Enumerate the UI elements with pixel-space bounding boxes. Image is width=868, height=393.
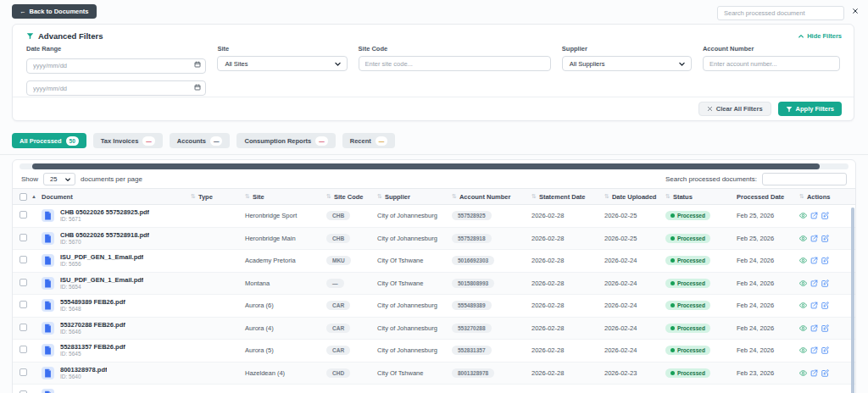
open-document-button[interactable] bbox=[810, 257, 818, 264]
site-code-badge: CHB bbox=[326, 211, 350, 220]
edit-document-button[interactable] bbox=[821, 302, 829, 309]
header-status[interactable]: ⇅Status bbox=[665, 193, 737, 201]
date-to-input[interactable] bbox=[26, 80, 206, 96]
edit-document-button[interactable] bbox=[821, 324, 829, 332]
site-code-input[interactable] bbox=[359, 56, 551, 71]
open-document-button[interactable] bbox=[810, 212, 818, 219]
edit-document-button[interactable] bbox=[821, 346, 829, 354]
vertical-scrollbar-thumb[interactable] bbox=[851, 208, 854, 393]
page-size-select[interactable]: 25 bbox=[43, 173, 75, 185]
site-code-badge: CAR bbox=[326, 346, 350, 355]
status-cell: Processed bbox=[665, 346, 737, 355]
open-document-button[interactable] bbox=[810, 302, 818, 309]
status-label: Processed bbox=[677, 280, 705, 286]
view-document-button[interactable] bbox=[799, 212, 807, 219]
edit-document-button[interactable] bbox=[821, 212, 829, 219]
open-document-button[interactable] bbox=[810, 324, 818, 332]
tab[interactable]: Consumption Reports — bbox=[236, 133, 335, 148]
table-search-input[interactable] bbox=[762, 173, 847, 185]
header-actions[interactable]: ⇅Actions bbox=[799, 193, 837, 201]
status-dot-icon bbox=[670, 281, 675, 285]
edit-document-button[interactable] bbox=[821, 280, 829, 287]
calendar-icon[interactable] bbox=[194, 84, 201, 91]
row-checkbox[interactable] bbox=[19, 324, 27, 331]
account-number-badge: 5015808993 bbox=[452, 279, 494, 288]
open-document-button[interactable] bbox=[810, 369, 818, 377]
site-cell: Heronbridge Sport bbox=[245, 212, 326, 219]
statement-date-cell: 2026-02-28 bbox=[531, 212, 604, 219]
header-date-uploaded[interactable]: ⇅Date Uploaded bbox=[604, 193, 665, 201]
horizontal-scrollbar-track[interactable] bbox=[19, 163, 849, 169]
processed-date-cell: Feb 24, 2026 bbox=[737, 346, 799, 354]
account-number-badge: 557528918 bbox=[452, 234, 492, 243]
header-site-code[interactable]: ⇅Site Code bbox=[326, 193, 377, 201]
view-document-button[interactable] bbox=[799, 280, 807, 287]
chevron-down-icon bbox=[334, 60, 342, 68]
header-processed-date[interactable]: Processed Date bbox=[737, 193, 799, 201]
clear-all-filters-button[interactable]: Clear All Filters bbox=[698, 102, 771, 116]
edit-document-button[interactable] bbox=[821, 235, 829, 242]
tab[interactable]: Tax Invoices — bbox=[93, 133, 163, 148]
tab[interactable]: Recent — bbox=[342, 133, 396, 148]
site-code-badge: CHB bbox=[326, 234, 350, 243]
status-badge: Processed bbox=[665, 279, 710, 288]
view-document-button[interactable] bbox=[799, 257, 807, 264]
open-document-button[interactable] bbox=[810, 346, 818, 354]
account-number-cell: 557528918 bbox=[452, 234, 531, 243]
page-size-group: Show 25 documents per page bbox=[21, 173, 142, 185]
processed-date-cell: Feb 24, 2026 bbox=[737, 324, 799, 332]
table-row: 8001328978.pdf ID: 5640 Hazeldean (4) CH… bbox=[13, 363, 855, 385]
document-name: CHB 05022026 557528925.pdf bbox=[60, 208, 149, 216]
site-code-cell: CAR bbox=[326, 324, 377, 333]
account-number-input[interactable] bbox=[703, 56, 840, 71]
hide-filters-link[interactable]: Hide Filters bbox=[798, 32, 842, 40]
edit-icon bbox=[821, 369, 829, 377]
date-from-input[interactable] bbox=[26, 58, 206, 74]
status-badge: Processed bbox=[665, 211, 710, 220]
document-cell: 553270288 FEB26.pdf ID: 5646 bbox=[42, 321, 191, 336]
row-checkbox[interactable] bbox=[19, 211, 27, 219]
edit-icon bbox=[821, 212, 829, 219]
header-supplier[interactable]: ⇅Supplier bbox=[377, 193, 452, 201]
header-document[interactable]: Document bbox=[42, 193, 191, 201]
edit-document-button[interactable] bbox=[821, 369, 829, 377]
header-type[interactable]: ⇅Type bbox=[191, 193, 245, 201]
row-checkbox[interactable] bbox=[19, 279, 27, 286]
select-all-checkbox[interactable] bbox=[19, 193, 27, 201]
view-document-button[interactable] bbox=[799, 324, 807, 332]
status-badge: Processed bbox=[665, 346, 710, 355]
document-name: CHB 05022026 557528918.pdf bbox=[60, 231, 149, 239]
row-checkbox[interactable] bbox=[19, 346, 27, 353]
sort-icon: ⇅ bbox=[326, 193, 331, 200]
row-select-cell bbox=[19, 368, 42, 378]
open-document-button[interactable] bbox=[810, 280, 818, 287]
tab[interactable]: All Processed 50 bbox=[12, 133, 86, 148]
view-document-button[interactable] bbox=[799, 235, 807, 242]
eye-icon bbox=[799, 369, 807, 377]
back-to-documents-button[interactable]: ← Back to Documents bbox=[12, 4, 97, 19]
row-checkbox[interactable] bbox=[19, 368, 27, 376]
supplier-select[interactable]: All Suppliers bbox=[562, 56, 692, 71]
horizontal-scrollbar-thumb[interactable] bbox=[32, 163, 820, 169]
close-search-button[interactable] bbox=[850, 6, 860, 15]
calendar-icon[interactable] bbox=[194, 61, 201, 68]
view-document-button[interactable] bbox=[799, 346, 807, 354]
document-file-icon bbox=[42, 322, 54, 335]
header-account-number[interactable]: ⇅Account Number bbox=[452, 193, 531, 201]
row-checkbox[interactable] bbox=[19, 301, 27, 308]
apply-filters-button[interactable]: Apply Filters bbox=[778, 102, 842, 116]
tab[interactable]: Accounts — bbox=[170, 133, 231, 148]
view-document-button[interactable] bbox=[799, 369, 807, 377]
open-document-button[interactable] bbox=[810, 235, 818, 242]
top-search-input[interactable] bbox=[717, 6, 844, 20]
edit-document-button[interactable] bbox=[821, 257, 829, 264]
view-document-button[interactable] bbox=[799, 302, 807, 309]
site-select[interactable]: All Sites bbox=[217, 56, 347, 71]
vertical-scrollbar-track[interactable] bbox=[851, 208, 854, 393]
row-checkbox[interactable] bbox=[19, 234, 27, 241]
header-site[interactable]: ⇅Site bbox=[245, 193, 326, 201]
status-dot-icon bbox=[670, 258, 675, 263]
header-statement-date[interactable]: ⇅Statement Date bbox=[531, 193, 604, 201]
site-cell: Hazeldean (4) bbox=[245, 369, 326, 377]
row-checkbox[interactable] bbox=[19, 256, 27, 263]
